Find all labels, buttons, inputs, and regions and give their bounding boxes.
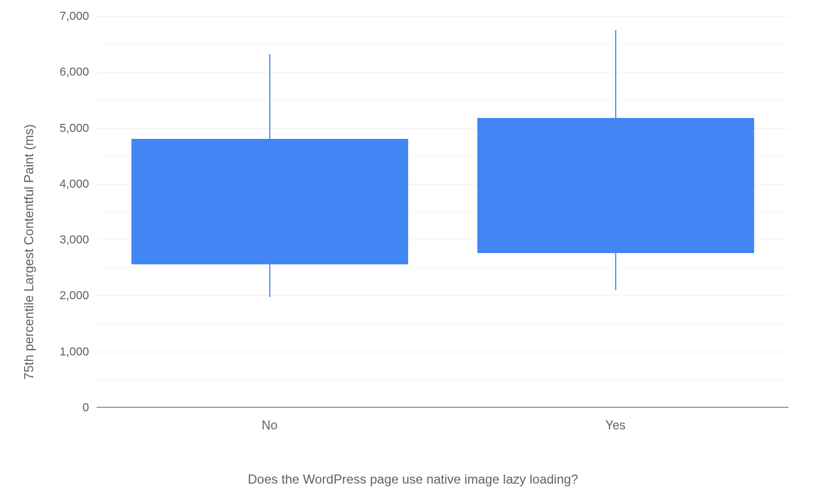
y-tick-label: 3,000 xyxy=(60,233,89,247)
gridline-minor xyxy=(97,380,788,380)
gridline-minor xyxy=(97,324,788,324)
y-tick-label: 7,000 xyxy=(60,9,89,23)
whisker-upper xyxy=(269,54,270,139)
box xyxy=(131,139,408,264)
box xyxy=(477,118,754,253)
x-axis-line xyxy=(97,407,788,407)
x-tick-label: No xyxy=(262,418,277,433)
whisker-upper xyxy=(615,30,616,118)
x-tick-label: Yes xyxy=(606,418,626,433)
y-tick-label: 4,000 xyxy=(60,177,89,191)
y-tick-label: 2,000 xyxy=(60,288,89,302)
chart-container: 75th percentile Largest Contentful Paint… xyxy=(0,0,826,504)
gridline-minor xyxy=(97,44,788,45)
plot-area: 01,0002,0003,0004,0005,0006,0007,000NoYe… xyxy=(97,16,788,407)
gridline xyxy=(97,295,788,296)
x-axis-label: Does the WordPress page use native image… xyxy=(0,472,826,487)
y-axis-label: 75th percentile Largest Contentful Paint… xyxy=(21,91,36,413)
y-tick-label: 0 xyxy=(83,401,89,414)
gridline-minor xyxy=(97,100,788,100)
whisker-lower xyxy=(615,253,616,290)
gridline-minor xyxy=(97,268,788,268)
gridline xyxy=(97,72,788,72)
y-tick-label: 6,000 xyxy=(60,65,89,79)
y-tick-label: 5,000 xyxy=(60,121,89,135)
y-tick-label: 1,000 xyxy=(60,345,89,359)
gridline xyxy=(97,352,788,352)
gridline xyxy=(97,16,788,17)
whisker-lower xyxy=(269,264,270,297)
